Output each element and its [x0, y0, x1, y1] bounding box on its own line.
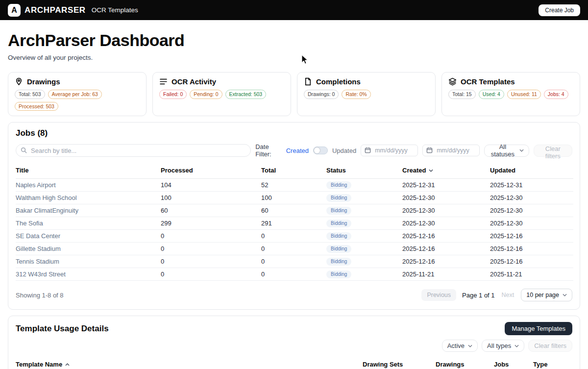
active-filter-select[interactable]: Active: [442, 340, 478, 352]
next-page-button[interactable]: Next: [501, 289, 515, 301]
jobs-filters-row: Date Filter: Created Updated: [16, 143, 572, 158]
column-header-template-name[interactable]: Template Name: [16, 359, 363, 369]
job-title-link[interactable]: Waltham High School: [16, 194, 77, 201]
templates-table: Template Name Drawing Sets Drawings Jobs…: [16, 359, 573, 369]
job-total: 0: [261, 255, 326, 268]
stat-badge: Pending: 0: [190, 90, 222, 99]
stat-cards-row: Drawings Total: 503 Average per Job: 63 …: [8, 72, 580, 116]
jobs-clear-filters-button[interactable]: Clear filters: [534, 145, 572, 157]
sort-asc-icon: [65, 363, 70, 366]
stat-badge: Drawings: 0: [304, 90, 339, 99]
showing-count: Showing 1-8 of 8: [16, 292, 64, 299]
date-from-input[interactable]: [361, 145, 418, 156]
jobs-table: Title Processed Total Status Created Upd…: [16, 165, 573, 281]
per-page-select[interactable]: 10 per page: [521, 289, 572, 301]
stat-badge: Jobs: 4: [544, 90, 568, 99]
per-page-value: 10 per page: [526, 292, 559, 298]
date-filter-updated-label[interactable]: Updated: [332, 147, 356, 154]
job-processed: 0: [161, 268, 261, 281]
chevron-down-icon: [519, 149, 524, 152]
status-select[interactable]: All statuses: [484, 145, 529, 157]
jobs-panel-title: Jobs (8): [16, 128, 572, 138]
manage-templates-button[interactable]: Manage Templates: [505, 322, 572, 335]
job-updated: 2025-12-30: [490, 204, 573, 217]
column-header-drawing-sets: Drawing Sets: [363, 359, 436, 369]
template-panel-title: Template Usage Details: [16, 324, 109, 334]
job-title-link[interactable]: Gillette Stadium: [16, 245, 61, 252]
date-to-input[interactable]: [422, 145, 480, 156]
job-updated: 2025-12-30: [490, 192, 573, 204]
jobs-table-header-row: Title Processed Total Status Created Upd…: [16, 165, 573, 179]
logo-text: ARCHPARSER: [24, 5, 86, 15]
column-header-updated[interactable]: Updated: [490, 165, 573, 179]
active-filter-value: Active: [447, 342, 465, 349]
status-badge: Bidding: [326, 207, 351, 215]
date-filter-created-label[interactable]: Created: [286, 147, 309, 154]
table-row: 312 W43rd Street 0 0 Bidding 2025-11-21 …: [16, 268, 573, 281]
layers-icon: [448, 77, 457, 86]
table-row: Bakar ClimatEnginuity 60 60 Bidding 2025…: [16, 204, 573, 217]
column-header-total[interactable]: Total: [261, 165, 326, 179]
job-title-link[interactable]: Bakar ClimatEnginuity: [16, 207, 78, 214]
job-processed: 0: [161, 255, 261, 268]
toggle-knob: [314, 148, 320, 153]
column-header-jobs: Jobs: [494, 359, 533, 369]
template-usage-panel: Template Usage Details Manage Templates …: [8, 316, 580, 369]
sort-desc-icon: [429, 169, 433, 172]
status-badge: Bidding: [326, 232, 351, 240]
create-job-button[interactable]: Create Job: [539, 4, 580, 16]
job-processed: 104: [161, 179, 261, 192]
stat-badge: Average per Job: 63: [48, 90, 102, 99]
job-total: 0: [261, 243, 326, 255]
table-row: Tennis Stadium 0 0 Bidding 2025-12-16 20…: [16, 255, 573, 268]
app-logo[interactable]: A ARCHPARSER: [8, 4, 86, 17]
template-filters-row: Active All types Clear filters: [16, 340, 572, 352]
job-title-link[interactable]: Naples Airport: [16, 181, 56, 189]
table-row: Waltham High School 100 100 Bidding 2025…: [16, 192, 573, 204]
column-header-status[interactable]: Status: [326, 165, 402, 179]
job-processed: 60: [161, 204, 261, 217]
previous-page-button[interactable]: Previous: [421, 289, 456, 301]
job-total: 60: [261, 204, 326, 217]
status-badge: Bidding: [326, 245, 351, 253]
top-bar: A ARCHPARSER OCR Templates Create Job: [0, 0, 588, 20]
date-filter-label: Date Filter:: [255, 143, 282, 158]
job-updated: 2025-12-16: [490, 255, 573, 268]
search-box: [16, 144, 251, 157]
column-header-processed[interactable]: Processed: [161, 165, 261, 179]
type-filter-select[interactable]: All types: [482, 340, 524, 352]
stat-badge: Total: 15: [448, 90, 476, 99]
stat-badge: Extracted: 503: [225, 90, 267, 99]
job-title-link[interactable]: 312 W43rd Street: [16, 271, 66, 278]
job-created: 2025-12-16: [402, 230, 490, 243]
templates-clear-filters-button[interactable]: Clear filters: [528, 340, 572, 352]
stat-card-ocr-activity: OCR Activity Failed: 0 Pending: 0 Extrac…: [152, 72, 291, 116]
status-badge: Bidding: [326, 258, 351, 266]
stat-badge: Used: 4: [479, 90, 504, 99]
job-created: 2025-12-16: [402, 255, 490, 268]
column-header-created-label: Created: [402, 167, 426, 174]
status-badge: Bidding: [326, 271, 351, 278]
job-total: 100: [261, 192, 326, 204]
status-select-value: All statuses: [490, 143, 515, 158]
search-input[interactable]: [16, 144, 251, 157]
date-to-wrap: [422, 145, 480, 156]
job-processed: 299: [161, 217, 261, 230]
column-header-title[interactable]: Title: [16, 165, 161, 179]
table-row: The Sofia 299 291 Bidding 2025-12-30 202…: [16, 217, 573, 230]
job-processed: 100: [161, 192, 261, 204]
job-updated: 2025-12-31: [490, 179, 573, 192]
type-filter-value: All types: [487, 342, 511, 349]
job-updated: 2025-12-16: [490, 243, 573, 255]
column-header-template-name-label: Template Name: [16, 361, 62, 368]
job-updated: 2025-11-21: [490, 268, 573, 281]
date-filter-toggle[interactable]: [313, 147, 328, 154]
stat-card-title: OCR Activity: [172, 77, 216, 86]
job-created: 2025-12-16: [402, 243, 490, 255]
chevron-down-icon: [563, 294, 567, 296]
job-title-link[interactable]: Tennis Stadium: [16, 258, 59, 265]
column-header-created[interactable]: Created: [402, 165, 490, 179]
stat-badge: Total: 503: [15, 90, 45, 99]
job-title-link[interactable]: SE Data Center: [16, 232, 60, 240]
job-title-link[interactable]: The Sofia: [16, 220, 43, 227]
